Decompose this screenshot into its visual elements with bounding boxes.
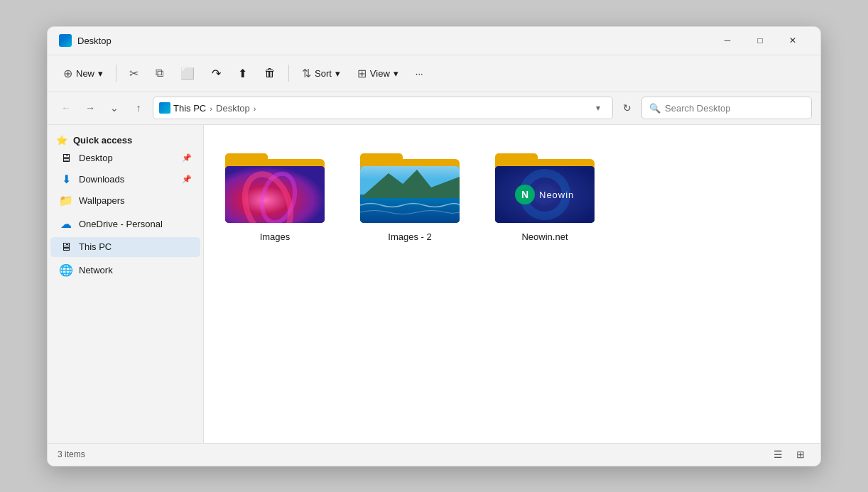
up-button[interactable]: ↑: [129, 98, 148, 118]
sidebar: ⭐ Quick access 🖥 Desktop 📌 ⬇ Downloads 📌…: [48, 125, 204, 443]
address-desktop: Desktop: [216, 103, 250, 114]
main-area: ⭐ Quick access 🖥 Desktop 📌 ⬇ Downloads 📌…: [48, 125, 820, 443]
rename-button[interactable]: ↷: [205, 60, 228, 86]
search-box[interactable]: 🔍: [641, 97, 812, 119]
sidebar-wallpapers-label: Wallpapers: [79, 195, 192, 206]
file-explorer-window: Desktop ─ □ ✕ ⊕ New ▾ ✂ ⧉ ⬜ ↷ ⬆ 🗑: [47, 26, 821, 466]
search-input[interactable]: [665, 103, 804, 114]
new-label: New: [76, 68, 94, 79]
separator-1: [116, 65, 116, 82]
sidebar-item-wallpapers[interactable]: 📁 Wallpapers: [50, 190, 200, 211]
address-bar-pc-icon: [159, 102, 170, 114]
close-button[interactable]: ✕: [776, 29, 809, 52]
share-icon: ⬆: [238, 67, 247, 80]
folder-preview-neowin: N Neowin: [495, 166, 595, 223]
paste-button[interactable]: ⬜: [173, 60, 202, 86]
folder-front-3: N Neowin: [495, 166, 595, 223]
share-button[interactable]: ⬆: [231, 60, 254, 86]
quick-access-star-icon: ⭐: [56, 135, 67, 146]
folder-front: [225, 166, 325, 223]
sidebar-onedrive-label: OneDrive - Personal: [79, 219, 192, 229]
files-grid: Images: [218, 139, 806, 248]
back-button[interactable]: ←: [56, 98, 76, 118]
content-area: Images: [204, 125, 820, 443]
sort-icon: ⇅: [302, 67, 311, 80]
list-view-button[interactable]: ☰: [768, 446, 788, 463]
search-icon: 🔍: [649, 103, 661, 114]
sidebar-thispc-label: This PC: [79, 241, 192, 252]
sidebar-item-downloads[interactable]: ⬇ Downloads 📌: [50, 169, 200, 190]
folder-thumb-images2: [360, 145, 460, 223]
paste-icon: ⬜: [180, 67, 195, 80]
sidebar-item-network[interactable]: 🌐 Network: [50, 260, 200, 280]
sort-label: Sort: [315, 68, 332, 79]
view-label: View: [370, 68, 390, 79]
new-button[interactable]: ⊕ New ▾: [56, 60, 110, 86]
new-icon: ⊕: [63, 67, 72, 80]
sidebar-item-onedrive[interactable]: ☁ OneDrive - Personal: [50, 214, 200, 234]
toolbar: ⊕ New ▾ ✂ ⧉ ⬜ ↷ ⬆ 🗑 ⇅ Sort ▾ ⊞: [48, 55, 820, 92]
address-bar-row: ← → ⌄ ↑ This PC › Desktop › ▾ ↻ 🔍: [48, 92, 820, 125]
file-item-neowin[interactable]: N Neowin Neowin.net: [488, 139, 602, 248]
sort-dropdown-icon: ▾: [335, 68, 340, 79]
window-icon: [59, 34, 72, 47]
network-icon: 🌐: [59, 263, 73, 277]
folder-thumb-neowin: N Neowin: [495, 145, 595, 223]
file-item-images[interactable]: Images: [218, 139, 332, 248]
folder-preview-pink: [225, 166, 325, 223]
sidebar-downloads-label: Downloads: [79, 174, 176, 185]
sidebar-desktop-label: Desktop: [79, 153, 176, 163]
file-item-images2[interactable]: Images - 2: [353, 139, 467, 248]
svg-text:N: N: [521, 189, 528, 200]
copy-button[interactable]: ⧉: [148, 60, 170, 86]
folder-front-2: [360, 166, 460, 223]
status-bar: 3 items ☰ ⊞: [48, 443, 820, 466]
grid-view-button[interactable]: ⊞: [791, 446, 810, 463]
sidebar-item-thispc[interactable]: 🖥 This PC: [50, 237, 200, 257]
thispc-icon: 🖥: [59, 241, 73, 253]
quick-access-header: ⭐ Quick access: [48, 131, 203, 148]
delete-icon: 🗑: [264, 67, 276, 80]
delete-button[interactable]: 🗑: [257, 60, 283, 86]
folder-thumb-images: [225, 145, 325, 223]
sort-button[interactable]: ⇅ Sort ▾: [295, 60, 347, 86]
downloads-icon: ⬇: [59, 173, 73, 186]
file-label-neowin: Neowin.net: [521, 231, 568, 242]
address-dropdown-button[interactable]: ▾: [590, 99, 607, 116]
file-label-images: Images: [260, 231, 291, 242]
forward-button[interactable]: →: [80, 98, 100, 118]
quick-access-section: ⭐ Quick access 🖥 Desktop 📌 ⬇ Downloads 📌…: [48, 131, 203, 211]
folder-tab: [225, 153, 268, 166]
expand-button[interactable]: ⌄: [104, 98, 124, 118]
new-dropdown-icon: ▾: [98, 68, 103, 79]
desktop-icon: 🖥: [59, 152, 73, 165]
onedrive-icon: ☁: [59, 217, 73, 231]
desktop-pin-icon: 📌: [182, 153, 192, 163]
downloads-pin-icon: 📌: [182, 175, 192, 184]
refresh-button[interactable]: ↻: [617, 98, 637, 118]
more-button[interactable]: ···: [408, 60, 430, 86]
address-path: This PC › Desktop ›: [173, 103, 587, 114]
onedrive-section: ☁ OneDrive - Personal: [48, 214, 203, 234]
sidebar-item-desktop[interactable]: 🖥 Desktop 📌: [50, 148, 200, 168]
thispc-section: 🖥 This PC: [48, 237, 203, 257]
cut-icon: ✂: [129, 67, 139, 80]
view-button[interactable]: ⊞ View ▾: [350, 60, 406, 86]
copy-icon: ⧉: [156, 67, 163, 80]
rename-icon: ↷: [212, 67, 221, 80]
window-title: Desktop: [77, 35, 711, 46]
view-dropdown-icon: ▾: [394, 68, 398, 79]
address-bar[interactable]: This PC › Desktop › ▾: [153, 97, 613, 119]
separator-2: [288, 65, 289, 82]
minimize-button[interactable]: ─: [711, 29, 744, 52]
network-section: 🌐 Network: [48, 260, 203, 280]
view-icon: ⊞: [357, 67, 367, 80]
maximize-button[interactable]: □: [744, 29, 776, 52]
title-bar: Desktop ─ □ ✕: [48, 27, 820, 55]
status-item-count: 3 items: [58, 449, 85, 459]
folder-preview-ocean: [360, 166, 460, 223]
folder-tab-2: [360, 153, 403, 166]
more-label: ···: [416, 68, 423, 79]
cut-button[interactable]: ✂: [122, 60, 146, 86]
quick-access-label: Quick access: [73, 135, 132, 146]
